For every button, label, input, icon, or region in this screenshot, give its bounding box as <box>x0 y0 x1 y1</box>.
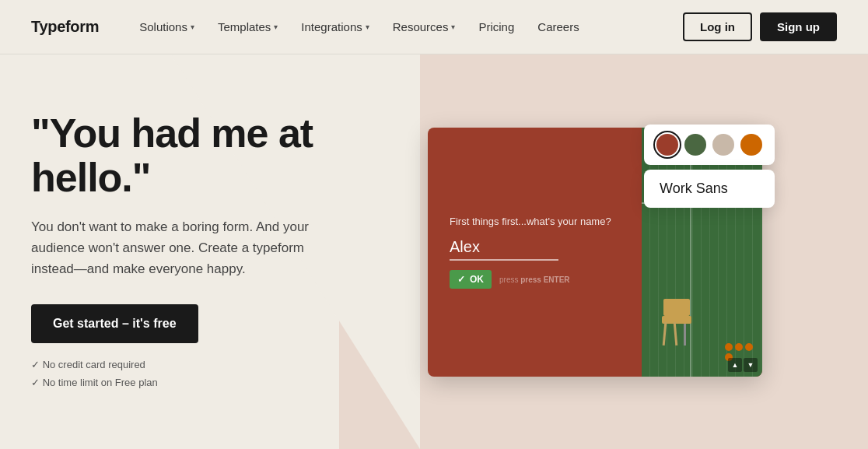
swatch-orange[interactable] <box>740 134 762 156</box>
chevron-down-icon: ▾ <box>451 23 455 31</box>
form-ok-row: ✓ OK press press ENTER <box>450 270 620 289</box>
arrow-down[interactable]: ▼ <box>744 358 758 372</box>
hero-left: "You had me at hello." You don't want to… <box>31 111 404 392</box>
swatch-beige[interactable] <box>712 134 734 156</box>
chevron-down-icon: ▾ <box>191 23 194 31</box>
nav-item-pricing[interactable]: Pricing <box>469 16 523 38</box>
ok-check-icon: ✓ <box>457 274 465 285</box>
swatch-red[interactable] <box>656 134 678 156</box>
logo[interactable]: Typeform <box>31 18 99 36</box>
cta-button[interactable]: Get started – it's free <box>31 304 198 343</box>
hero-headline: "You had me at hello." <box>31 111 404 200</box>
note-free-plan: No time limit on Free plan <box>31 374 404 391</box>
nav-item-careers[interactable]: Careers <box>528 16 588 38</box>
tennis-ball <box>745 343 753 351</box>
nav-links: Solutions ▾ Templates ▾ Integrations ▾ R… <box>130 16 683 38</box>
nav-item-templates[interactable]: Templates ▾ <box>208 16 287 38</box>
font-name-label: Work Sans <box>660 181 728 196</box>
chevron-down-icon: ▾ <box>274 23 278 31</box>
navbar: Typeform Solutions ▾ Templates ▾ Integra… <box>0 0 868 54</box>
press-enter-label: press press ENTER <box>499 275 570 284</box>
chair-leg-3 <box>684 324 686 346</box>
tennis-chair <box>657 299 696 346</box>
ok-label: OK <box>470 274 484 285</box>
form-preview-left: First things first...what's your name? A… <box>428 128 642 377</box>
chair-back <box>663 299 690 316</box>
chair-leg-1 <box>663 321 667 345</box>
nav-item-solutions[interactable]: Solutions ▾ <box>130 16 204 38</box>
hero-subtext: You don't want to make a boring form. An… <box>31 216 334 280</box>
ok-button[interactable]: ✓ OK <box>450 270 492 289</box>
hero-notes: No credit card required No time limit on… <box>31 356 404 392</box>
tennis-ball <box>725 343 733 351</box>
form-nav-arrows: ▲ ▼ <box>728 358 758 372</box>
login-button[interactable]: Log in <box>683 12 752 41</box>
font-picker-popup[interactable]: Work Sans <box>644 170 775 208</box>
hero-section: "You had me at hello." You don't want to… <box>0 54 868 449</box>
nav-item-integrations[interactable]: Integrations ▾ <box>292 16 378 38</box>
hero-right: Work Sans First things first...what's yo… <box>404 54 837 449</box>
tennis-ball <box>735 343 743 351</box>
nav-item-resources[interactable]: Resources ▾ <box>383 16 465 38</box>
note-no-card: No credit card required <box>31 356 404 374</box>
signup-button[interactable]: Sign up <box>760 12 837 41</box>
color-picker-popup: Work Sans <box>644 125 775 208</box>
color-swatches <box>644 125 775 165</box>
chair-leg-2 <box>674 321 678 345</box>
swatch-green[interactable] <box>684 134 706 156</box>
nav-actions: Log in Sign up <box>683 12 837 41</box>
form-answer: Alex <box>450 238 558 261</box>
form-question: First things first...what's your name? <box>450 215 620 229</box>
chevron-down-icon: ▾ <box>366 23 369 31</box>
arrow-up[interactable]: ▲ <box>728 358 742 372</box>
